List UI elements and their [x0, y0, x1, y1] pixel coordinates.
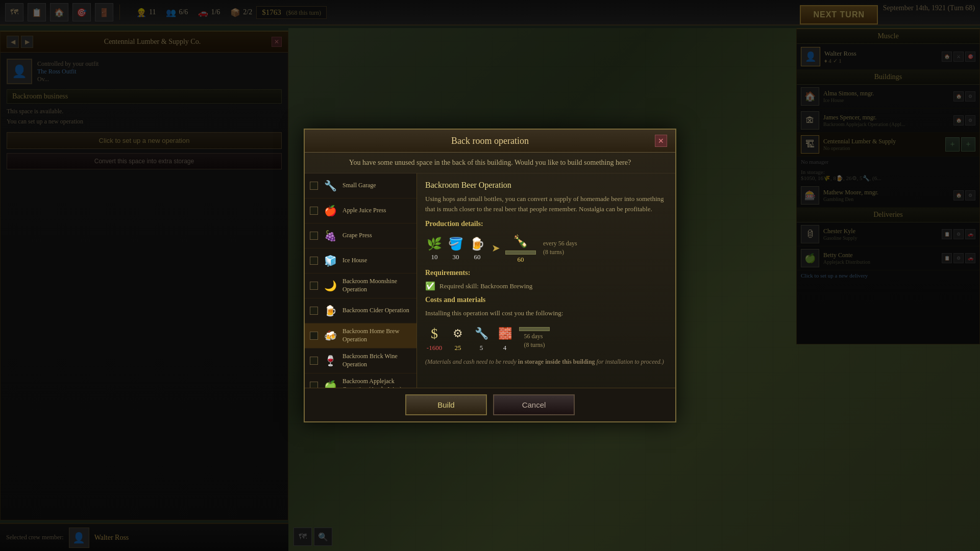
cost-money: $ -1600: [425, 324, 444, 352]
op-checkbox-small-garage[interactable]: [310, 182, 318, 190]
prod-num-3: 60: [474, 253, 481, 261]
cost-material-3-value: 4: [503, 344, 507, 352]
cost-material-2-value: 5: [480, 344, 483, 352]
cost-time-value: 56 days(8 turns): [524, 332, 545, 349]
prod-num-2: 30: [453, 253, 459, 261]
costs-row: $ -1600 ⚙ 25 🔧 5 🧱 4: [425, 324, 667, 352]
operation-list: 🔧 Small Garage 🍎 Apple Juice Press 🍇 Gra…: [305, 173, 417, 388]
costs-intro: Installing this operation will cost you …: [425, 308, 667, 318]
op-label-brick-wine: Backroom Brick Wine Operation: [342, 353, 411, 368]
op-checkbox-applejack[interactable]: [310, 382, 318, 388]
prod-num-1: 10: [431, 253, 438, 261]
op-icon-cider: 🍺: [322, 303, 338, 319]
cost-pipe-icon: 🔧: [472, 324, 491, 343]
modal-close-button[interactable]: ✕: [655, 135, 667, 147]
op-icon-moonshine: 🌙: [322, 278, 338, 294]
op-icon-small-garage: 🔧: [322, 178, 338, 194]
cost-dollar-icon: $: [425, 324, 444, 343]
prod-output-bar: [505, 251, 536, 255]
prod-output: 🍾 60: [505, 232, 536, 264]
operation-detail: Backroom Beer Operation Using hops and s…: [417, 173, 675, 388]
prod-num-output: 60: [518, 256, 524, 264]
op-icon-grape-press: 🍇: [322, 228, 338, 244]
op-checkbox-apple-juice[interactable]: [310, 207, 318, 215]
requirements-section-label: Requirements:: [425, 269, 667, 277]
costs-section-label: Costs and materials: [425, 296, 667, 304]
detail-description: Using hops and small bottles, you can co…: [425, 194, 667, 214]
production-section-label: Production details:: [425, 220, 667, 228]
op-item-cider[interactable]: 🍺 Backroom Cider Operation: [305, 298, 416, 323]
op-checkbox-ice-house[interactable]: [310, 257, 318, 265]
op-icon-brick-wine: 🍷: [322, 353, 338, 369]
cost-time-bar: [519, 327, 550, 331]
op-item-small-garage[interactable]: 🔧 Small Garage: [305, 173, 416, 198]
cost-time: 56 days(8 turns): [519, 327, 550, 349]
modal-body: 🔧 Small Garage 🍎 Apple Juice Press 🍇 Gra…: [305, 173, 675, 388]
prod-input-1: 🌿 10: [425, 235, 444, 261]
production-row: 🌿 10 🪣 30 🍺 60 ➤ 🍾 60: [425, 232, 667, 264]
op-item-applejack[interactable]: 🍏 Backroom Applejack Operation (Apple Ju…: [305, 373, 416, 388]
op-label-homebrew: Backroom Home Brew Operation: [342, 328, 411, 343]
prod-rate: every 56 days(8 turns): [543, 239, 577, 257]
cost-gear-icon: ⚙: [449, 324, 467, 343]
op-icon-ice-house: 🧊: [322, 253, 338, 269]
op-label-moonshine: Backroom Moonshine Operation: [342, 278, 411, 293]
op-label-small-garage: Small Garage: [342, 182, 376, 190]
op-item-grape-press[interactable]: 🍇 Grape Press: [305, 223, 416, 248]
op-icon-applejack: 🍏: [322, 378, 338, 388]
cancel-button[interactable]: Cancel: [493, 394, 575, 415]
op-icon-homebrew: 🍻: [322, 328, 338, 344]
modal-title: Back room operation: [325, 136, 655, 146]
op-label-ice-house: Ice House: [342, 257, 367, 265]
modal-title-bar: Back room operation ✕: [305, 130, 675, 153]
op-item-brick-wine[interactable]: 🍷 Backroom Brick Wine Operation: [305, 348, 416, 373]
op-label-cider: Backroom Cider Operation: [342, 307, 409, 315]
op-checkbox-brick-wine[interactable]: [310, 357, 318, 365]
op-checkbox-grape-press[interactable]: [310, 232, 318, 240]
op-item-moonshine[interactable]: 🌙 Backroom Moonshine Operation: [305, 273, 416, 298]
requirements-row: ✅ Required skill: Backroom Brewing: [425, 281, 667, 291]
cost-brick-icon: 🧱: [496, 324, 514, 343]
detail-title: Backroom Beer Operation: [425, 181, 667, 190]
cost-material-2: 🔧 5: [472, 324, 491, 352]
op-checkbox-homebrew[interactable]: [310, 332, 318, 340]
modal-intro-text: You have some unused space in the back o…: [305, 153, 675, 173]
cost-material-3: 🧱 4: [496, 324, 514, 352]
prod-icon-beer: 🍺: [468, 235, 486, 253]
modal-overlay: Back room operation ✕ You have some unus…: [0, 0, 980, 551]
prod-icon-bucket: 🪣: [447, 235, 465, 253]
cost-material-1: ⚙ 25: [449, 324, 467, 352]
op-item-apple-juice[interactable]: 🍎 Apple Juice Press: [305, 198, 416, 223]
op-checkbox-moonshine[interactable]: [310, 282, 318, 290]
op-checkbox-cider[interactable]: [310, 307, 318, 315]
materials-note: (Materials and cash need to be ready in …: [425, 357, 667, 366]
backroom-operation-modal: Back room operation ✕ You have some unus…: [304, 129, 676, 422]
op-item-ice-house[interactable]: 🧊 Ice House: [305, 248, 416, 273]
op-label-apple-juice: Apple Juice Press: [342, 207, 386, 215]
build-button[interactable]: Build: [405, 394, 487, 415]
modal-footer: Build Cancel: [305, 388, 675, 421]
prod-icon-bottle: 🍾: [511, 232, 530, 251]
op-label-grape-press: Grape Press: [342, 232, 372, 240]
op-item-homebrew[interactable]: 🍻 Backroom Home Brew Operation: [305, 323, 416, 348]
cost-money-value: -1600: [427, 344, 442, 352]
prod-arrow: ➤: [492, 242, 500, 254]
op-icon-apple-juice: 🍎: [322, 203, 338, 219]
cost-material-1-value: 25: [455, 344, 461, 352]
prod-input-2: 🪣 30: [447, 235, 465, 261]
req-text: Required skill: Backroom Brewing: [439, 282, 532, 290]
req-check-icon: ✅: [425, 281, 435, 291]
prod-icon-hops: 🌿: [425, 235, 444, 253]
op-label-applejack: Backroom Applejack Operation (Apple Juic…: [342, 378, 411, 388]
prod-input-3: 🍺 60: [468, 235, 486, 261]
